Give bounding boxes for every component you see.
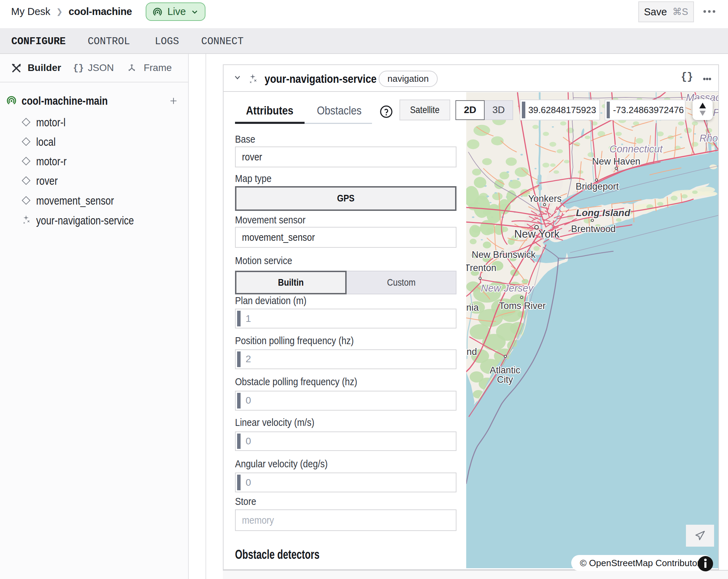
svg-text:nd: nd	[467, 347, 477, 357]
svg-text:New Brunswick: New Brunswick	[471, 249, 535, 260]
svg-text:Atlantic: Atlantic	[490, 365, 520, 375]
svg-text:Toms River: Toms River	[499, 301, 546, 311]
svg-text:City: City	[497, 374, 513, 385]
svg-text:New York: New York	[514, 228, 560, 240]
svg-text:Bridgeport: Bridgeport	[575, 182, 619, 192]
svg-text:Brentwood: Brentwood	[571, 224, 616, 234]
svg-text:Long Island: Long Island	[576, 207, 630, 218]
svg-text:New Haven: New Haven	[592, 156, 640, 167]
svg-text:New Jersey: New Jersey	[481, 283, 534, 294]
svg-text:nia: nia	[466, 302, 479, 313]
svg-text:Rhode Isla: Rhode Isla	[699, 133, 718, 144]
svg-text:Connecticut: Connecticut	[609, 143, 663, 154]
svg-text:Yonkers: Yonkers	[528, 193, 561, 204]
svg-text:Trenton: Trenton	[466, 263, 496, 273]
svg-text:Provi: Provi	[713, 107, 718, 118]
